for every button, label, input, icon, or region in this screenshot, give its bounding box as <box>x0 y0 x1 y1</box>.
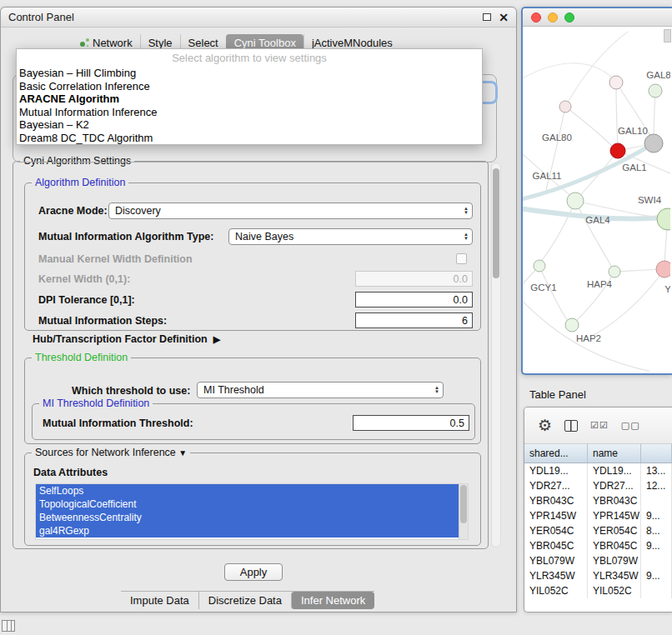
table-cell <box>641 583 672 598</box>
network-edge <box>565 107 614 148</box>
algorithm-option-basic-correlation-inference[interactable]: Basic Correlation Inference <box>17 80 482 93</box>
algorithm-option-mutual-information-inference[interactable]: Mutual Information Inference <box>17 106 482 119</box>
algorithm-option-bayesian-hill-climbing[interactable]: Bayesian – Hill Climbing <box>17 67 482 80</box>
table-cell: YPR145W <box>524 508 588 523</box>
manual-kernel-label: Manual Kernel Width Definition <box>38 253 193 265</box>
algorithm-option-dream8-dc-tdc-algorithm[interactable]: Dream8 DC_TDC Algorithm <box>17 132 482 145</box>
aracne-mode-value: Discovery <box>115 205 464 217</box>
table-row[interactable]: YDL19...YDL19...13... <box>524 463 672 478</box>
gear-icon[interactable]: ⚙ <box>538 418 552 433</box>
table-row[interactable]: YBL079WYBL079W <box>524 553 672 568</box>
table-cell: YBR043C <box>588 493 641 508</box>
network-node[interactable] <box>609 76 623 89</box>
table-row[interactable]: YPR145WYPR145W9... <box>524 508 672 523</box>
float-window-icon[interactable] <box>483 13 491 21</box>
bottom-tab-impute-data[interactable]: Impute Data <box>121 592 198 609</box>
table-cell: YBR043C <box>524 493 588 508</box>
aracne-mode-select[interactable]: Discovery ▲▼ <box>108 202 473 219</box>
table-cell: 9... <box>641 508 672 523</box>
network-canvas-svg[interactable]: GAL8GAL80GAL10GAL1GAL11SWI4GAL4GCY1HAP4Y… <box>523 27 670 373</box>
table-row[interactable]: YBR043CYBR043C <box>524 493 672 508</box>
column-header-0[interactable]: shared... <box>524 444 588 462</box>
network-node[interactable] <box>656 261 670 278</box>
table-cell: 13... <box>641 463 672 478</box>
network-node[interactable] <box>644 134 663 152</box>
network-node[interactable] <box>559 101 571 112</box>
mi-threshold-field[interactable]: 0.5 <box>353 415 469 431</box>
apply-button[interactable]: Apply <box>224 563 283 581</box>
attribute-item-selfloops[interactable]: SelfLoops <box>36 484 459 498</box>
bottom-tab-infer-network[interactable]: Infer Network <box>291 592 374 609</box>
table-row[interactable]: YER054CYER054C8... <box>524 523 672 538</box>
stepper-icon: ▲▼ <box>434 386 439 394</box>
network-node[interactable] <box>610 143 625 158</box>
table-cell: YBL079W <box>524 553 588 568</box>
threshold-definition-group: Threshold Definition Which threshold to … <box>24 358 481 444</box>
control-panel-window: Control Panel ✕ NetworkStyleSelectCyni T… <box>0 7 517 612</box>
table-row[interactable]: YLR345WYLR345W9... <box>524 568 672 583</box>
minimize-traffic-icon[interactable] <box>548 12 558 22</box>
column-header-1[interactable]: name <box>588 444 641 462</box>
deselect-all-columns-icon[interactable]: ▢▢ <box>621 420 640 431</box>
zoom-traffic-icon[interactable] <box>564 12 574 22</box>
dpi-tolerance-field[interactable]: 0.0 <box>355 292 473 308</box>
close-traffic-icon[interactable] <box>531 12 541 22</box>
network-node[interactable] <box>649 84 662 98</box>
node-label: GAL11 <box>533 171 562 181</box>
table-panel-title: Table Panel <box>529 388 586 401</box>
network-window-titlebar[interactable] <box>523 8 672 27</box>
mi-type-select[interactable]: Naive Bayes ▲▼ <box>228 228 473 245</box>
table-cell: 9... <box>641 568 672 583</box>
table-body: YDL19...YDL19...13...YDR27...YDR27...12.… <box>524 463 672 598</box>
mi-threshold-group: MI Threshold Definition Mutual Informati… <box>32 403 475 440</box>
table-toolbar: ⚙ ☑☑ ▢▢ <box>524 408 672 444</box>
kernel-width-field[interactable]: 0.0 <box>355 271 473 287</box>
network-scrollbar-thumb[interactable] <box>664 29 671 42</box>
attribute-item-topologicalcoefficient[interactable]: TopologicalCoefficient <box>36 498 459 511</box>
network-node[interactable] <box>567 192 584 209</box>
algorithm-dropdown-popup: Select algorithm to view settings Bayesi… <box>16 48 483 145</box>
network-node[interactable] <box>657 208 670 230</box>
mi-threshold-legend: MI Threshold Definition <box>39 398 153 409</box>
table-row[interactable]: YBR045CYBR045C9... <box>524 538 672 553</box>
algorithm-option-aracne-algorithm[interactable]: ARACNE Algorithm <box>17 92 482 106</box>
column-header-2[interactable] <box>641 444 672 462</box>
close-icon[interactable]: ✕ <box>499 12 509 23</box>
node-label: SWI4 <box>638 195 662 205</box>
table-cell: YDL19... <box>524 463 588 478</box>
panel-dock-icon[interactable] <box>2 620 15 632</box>
columns-icon[interactable] <box>564 420 578 432</box>
attributes-scrollbar[interactable] <box>459 484 468 539</box>
hub-section-toggle[interactable]: Hub/Transcription Factor Definition ▶ <box>33 333 220 345</box>
table-cell: 12... <box>641 478 672 493</box>
table-row[interactable]: YIL052CYIL052C <box>524 583 672 598</box>
table-cell: YIL052C <box>524 583 588 598</box>
control-panel-titlebar[interactable]: Control Panel ✕ <box>1 8 516 28</box>
bottom-tab-discretize-data[interactable]: Discretize Data <box>198 592 291 609</box>
attribute-item-betweennesscentrality[interactable]: BetweennessCentrality <box>36 511 459 524</box>
which-threshold-label: Which threshold to use: <box>72 385 190 397</box>
expand-arrow-icon: ▶ <box>213 334 220 345</box>
network-view-window: GAL8GAL80GAL10GAL1GAL11SWI4GAL4GCY1HAP4Y… <box>521 7 672 375</box>
mi-threshold-value: 0.5 <box>450 418 464 429</box>
settings-scrollbar[interactable] <box>491 162 501 548</box>
table-cell: YLR345W <box>588 568 641 583</box>
sources-legend-label: Sources for Network Inference <box>35 447 176 458</box>
table-row[interactable]: YDR27...YDR27...12... <box>524 478 672 493</box>
mi-steps-label: Mutual Information Steps: <box>38 315 167 327</box>
attribute-item-gal4rgexp[interactable]: gal4RGexp <box>36 524 459 538</box>
mi-steps-field[interactable]: 6 <box>355 312 473 328</box>
window-title: Control Panel <box>8 11 74 23</box>
network-node[interactable] <box>565 318 579 332</box>
tab-label: Style <box>148 37 173 49</box>
which-threshold-select[interactable]: MI Threshold ▲▼ <box>197 382 444 398</box>
sources-legend[interactable]: Sources for Network Inference ▼ <box>32 447 190 458</box>
stepper-icon: ▲▼ <box>464 207 469 215</box>
table-cell: YBR045C <box>588 538 641 553</box>
algorithm-option-bayesian-k2[interactable]: Bayesian – K2 <box>17 118 482 132</box>
select-all-columns-icon[interactable]: ☑☑ <box>590 420 609 431</box>
network-node[interactable] <box>609 266 620 278</box>
tab-label: Cyni Toolbox <box>234 37 296 49</box>
network-node[interactable] <box>534 260 545 272</box>
manual-kernel-checkbox[interactable] <box>456 253 467 264</box>
